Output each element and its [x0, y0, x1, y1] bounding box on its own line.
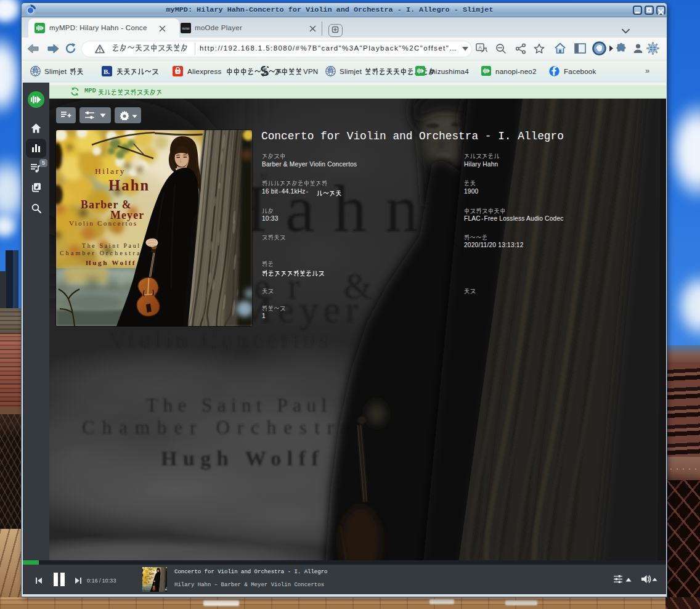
svg-text:Barber &: Barber & — [145, 576, 152, 577]
svg-text:Chamber Orchestra: Chamber Orchestra — [143, 582, 153, 582]
svg-text:The Saint Paul: The Saint Paul — [82, 242, 141, 249]
svg-text:Meyer: Meyer — [238, 288, 363, 330]
svg-text:Chamber Orchestra: Chamber Orchestra — [60, 250, 142, 256]
svg-text:Hahn: Hahn — [149, 573, 154, 575]
svg-text:Hugh Wolff: Hugh Wolff — [86, 259, 136, 266]
svg-text:Hilary: Hilary — [95, 166, 126, 176]
svg-text:Hahn: Hahn — [108, 177, 150, 194]
svg-text:The Saint Paul: The Saint Paul — [145, 581, 153, 582]
svg-text:B.: B. — [104, 68, 110, 75]
svg-text:Chamber Orchestra: Chamber Orchestra — [82, 417, 357, 438]
svg-text:The Saint Paul: The Saint Paul — [146, 394, 332, 416]
svg-text:Meyer: Meyer — [149, 577, 153, 578]
svg-text:Violin Concertos: Violin Concertos — [69, 219, 137, 227]
svg-text:Violin Concertos: Violin Concertos — [144, 578, 153, 579]
svg-text:Hugh Wolff: Hugh Wolff — [161, 447, 324, 470]
svg-text:moOde: moOde — [182, 28, 189, 30]
svg-text:Hilary: Hilary — [147, 571, 151, 573]
svg-text:A: A — [478, 44, 482, 51]
svg-text:Violin Concertos: Violin Concertos — [109, 327, 332, 353]
